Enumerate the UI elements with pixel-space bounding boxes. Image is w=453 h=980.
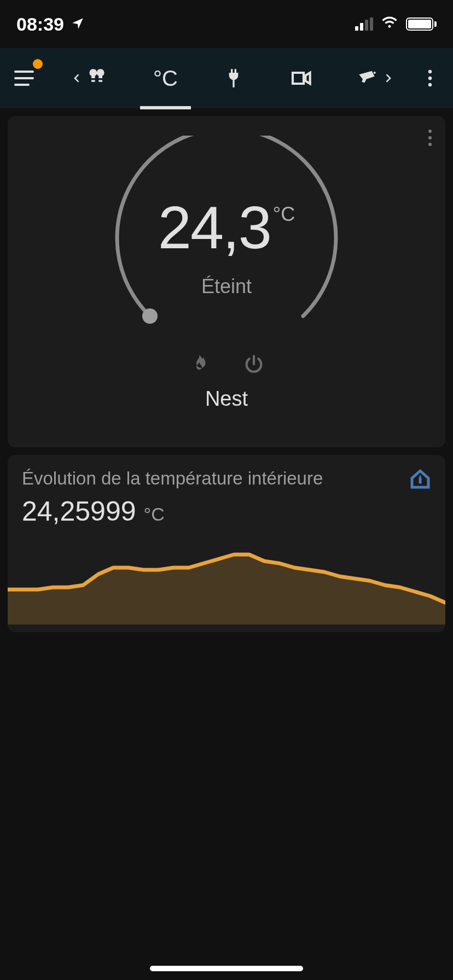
card-overflow-button[interactable] bbox=[428, 129, 432, 149]
cellular-signal-icon bbox=[355, 18, 373, 31]
status-time: 08:39 bbox=[16, 14, 64, 35]
chevron-left-icon bbox=[72, 73, 83, 84]
svg-point-5 bbox=[428, 136, 432, 139]
location-icon bbox=[71, 14, 85, 35]
thermostat-name: Nest bbox=[205, 387, 248, 411]
tab-temperature[interactable]: °C bbox=[153, 66, 178, 91]
history-value: 24,25999 bbox=[22, 495, 136, 527]
thermostat-unit: °C bbox=[273, 203, 295, 226]
wifi-icon bbox=[381, 13, 398, 35]
chevron-right-icon bbox=[382, 73, 393, 84]
history-sparkline bbox=[8, 537, 445, 625]
svg-point-1 bbox=[428, 70, 432, 73]
menu-button[interactable] bbox=[12, 62, 46, 94]
svg-point-3 bbox=[428, 83, 432, 86]
lightbulb-icon bbox=[86, 67, 108, 89]
plug-icon bbox=[223, 67, 245, 89]
overflow-menu-button[interactable] bbox=[419, 67, 441, 89]
thermostat-dial[interactable]: 24,3 °C Éteint bbox=[106, 136, 347, 343]
svg-point-0 bbox=[373, 72, 375, 74]
heat-mode-button[interactable] bbox=[188, 353, 210, 377]
more-vert-icon bbox=[428, 69, 432, 87]
status-bar: 08:39 bbox=[0, 0, 453, 48]
tab-lights[interactable] bbox=[72, 67, 108, 89]
svg-point-2 bbox=[428, 77, 432, 80]
history-unit: °C bbox=[144, 504, 165, 525]
cctv-icon bbox=[357, 67, 379, 89]
tab-security[interactable] bbox=[357, 67, 393, 89]
video-icon bbox=[290, 67, 312, 89]
more-vert-icon bbox=[428, 129, 432, 147]
history-card[interactable]: Évolution de la température intérieure 2… bbox=[8, 455, 445, 632]
tab-power[interactable] bbox=[223, 67, 245, 89]
thermostat-state: Éteint bbox=[201, 275, 252, 298]
tab-camera[interactable] bbox=[290, 67, 312, 89]
svg-point-6 bbox=[428, 143, 432, 146]
power-mode-button[interactable] bbox=[243, 353, 265, 377]
thermostat-card: 24,3 °C Éteint Nest bbox=[8, 116, 445, 447]
battery-icon bbox=[406, 18, 437, 31]
notification-dot-icon bbox=[33, 59, 43, 69]
home-indicator[interactable] bbox=[150, 966, 303, 971]
power-icon bbox=[243, 353, 265, 375]
svg-point-9 bbox=[419, 475, 421, 477]
thermostat-temperature: 24,3 bbox=[158, 197, 271, 258]
history-title: Évolution de la température intérieure bbox=[22, 468, 323, 489]
svg-point-7 bbox=[142, 308, 158, 324]
home-temperature-icon bbox=[409, 468, 431, 492]
fire-icon bbox=[188, 353, 210, 375]
temperature-tab-label: °C bbox=[153, 66, 178, 91]
svg-point-4 bbox=[428, 130, 432, 133]
top-nav: °C bbox=[0, 48, 453, 108]
